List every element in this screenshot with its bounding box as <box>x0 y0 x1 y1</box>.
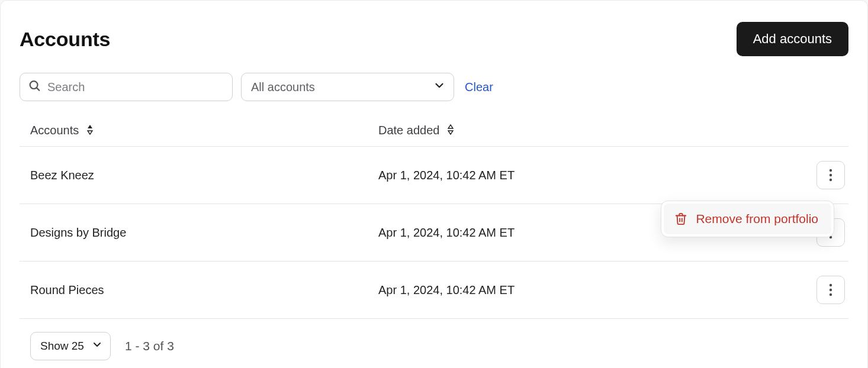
column-header-date-label: Date added <box>378 124 439 137</box>
sort-icon <box>446 124 455 137</box>
pagination-range: 1 - 3 of 3 <box>125 339 174 353</box>
search-input[interactable] <box>20 73 233 101</box>
table-row: Round Pieces Apr 1, 2024, 10:42 AM ET <box>20 262 848 319</box>
page-title: Accounts <box>20 28 110 51</box>
search-field-wrap <box>20 73 233 101</box>
filter-row: All accounts Clear <box>20 73 848 101</box>
cell-account-name: Round Pieces <box>20 262 368 319</box>
page-size-label: Show 25 <box>40 340 84 353</box>
cell-account-name: Designs by Bridge <box>20 204 368 262</box>
ellipsis-vertical-icon <box>829 283 832 296</box>
svg-point-10 <box>830 293 832 296</box>
search-icon <box>28 79 41 95</box>
svg-line-1 <box>37 88 39 90</box>
accounts-card: Accounts Add accounts All accounts Clear… <box>0 0 868 368</box>
ellipsis-vertical-icon <box>829 169 832 182</box>
column-header-actions <box>782 115 848 147</box>
trash-icon <box>674 212 687 225</box>
page-size-select[interactable]: Show 25 <box>30 332 111 360</box>
header-row: Accounts Add accounts <box>20 22 848 56</box>
svg-point-4 <box>830 179 832 181</box>
sort-icon <box>86 124 94 137</box>
remove-from-portfolio-item[interactable]: Remove from portfolio <box>664 204 831 234</box>
row-actions-button[interactable] <box>816 161 845 189</box>
remove-from-portfolio-label: Remove from portfolio <box>696 212 818 226</box>
account-filter-select[interactable]: All accounts <box>241 73 454 101</box>
svg-point-2 <box>830 169 832 172</box>
cell-account-name: Beez Kneez <box>20 147 368 204</box>
table-footer: Show 25 1 - 3 of 3 <box>20 332 848 360</box>
add-accounts-button[interactable]: Add accounts <box>737 22 848 56</box>
svg-point-3 <box>830 174 832 176</box>
clear-filters-link[interactable]: Clear <box>462 80 496 94</box>
cell-date-added: Apr 1, 2024, 10:42 AM ET <box>368 262 782 319</box>
table-row: Beez Kneez Apr 1, 2024, 10:42 AM ET <box>20 147 848 204</box>
column-header-accounts-label: Accounts <box>30 124 79 137</box>
column-header-date-added[interactable]: Date added <box>368 115 782 147</box>
row-actions-button[interactable] <box>816 276 845 304</box>
svg-point-9 <box>830 289 832 291</box>
svg-point-8 <box>830 284 832 286</box>
account-filter-label: All accounts <box>241 73 454 101</box>
row-actions-menu: Remove from portfolio <box>661 201 834 237</box>
chevron-down-icon <box>91 339 103 354</box>
cell-date-added: Apr 1, 2024, 10:42 AM ET <box>368 147 782 204</box>
chevron-down-icon <box>433 79 446 95</box>
column-header-accounts[interactable]: Accounts <box>20 115 368 147</box>
